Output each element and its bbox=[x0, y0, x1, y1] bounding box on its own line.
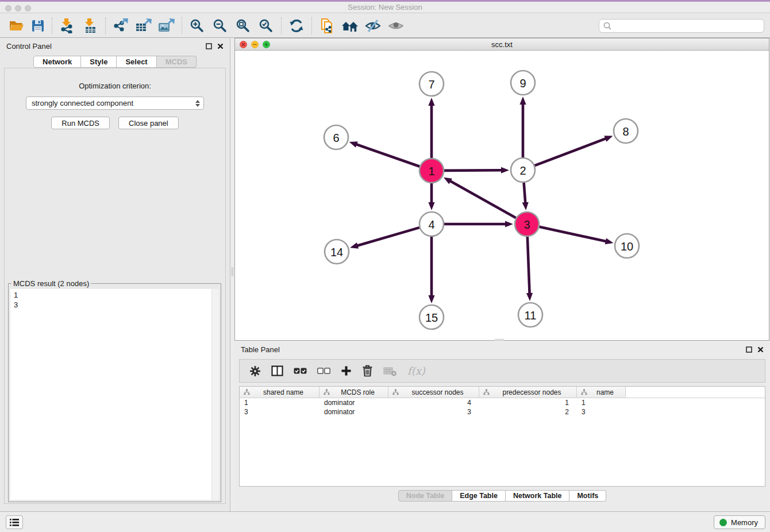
export-network-button[interactable] bbox=[109, 16, 132, 36]
tab-mcds[interactable]: MCDS bbox=[157, 56, 197, 68]
column-header-name[interactable]: name bbox=[577, 387, 626, 398]
zoom-selected-button[interactable] bbox=[255, 16, 278, 36]
zoom-in-button[interactable] bbox=[186, 16, 209, 36]
clone-network-button[interactable] bbox=[315, 16, 338, 36]
table-row[interactable]: 3dominator323 bbox=[240, 407, 765, 417]
window-zoom-button[interactable] bbox=[25, 5, 31, 11]
close-panel-icon[interactable] bbox=[217, 43, 224, 49]
tab-network[interactable]: Network bbox=[33, 56, 81, 68]
tab-node-table[interactable]: Node Table bbox=[398, 490, 452, 502]
table-cell[interactable]: 3 bbox=[577, 408, 626, 416]
float-table-panel-icon[interactable] bbox=[746, 346, 752, 353]
deselect-all-rows-button[interactable] bbox=[317, 368, 330, 375]
export-table-button[interactable] bbox=[132, 16, 155, 36]
graph-node-10[interactable]: 10 bbox=[615, 234, 639, 258]
graph-node-15[interactable]: 15 bbox=[419, 305, 444, 329]
graph-node-11[interactable]: 11 bbox=[518, 303, 542, 327]
graph-edge-3-11[interactable] bbox=[528, 237, 530, 295]
mcds-result-line: 1 bbox=[10, 289, 219, 300]
home-networks-button[interactable] bbox=[338, 16, 361, 36]
table-cell[interactable]: 1 bbox=[240, 399, 319, 407]
graph-node-7[interactable]: 7 bbox=[419, 72, 444, 96]
horizontal-resize-handle[interactable] bbox=[495, 339, 504, 341]
show-task-history-button[interactable] bbox=[6, 515, 23, 529]
run-mcds-button[interactable]: Run MCDS bbox=[51, 117, 110, 129]
import-network-button[interactable] bbox=[56, 16, 79, 36]
table-cell[interactable]: 1 bbox=[577, 399, 626, 407]
graph-node-2[interactable]: 2 bbox=[511, 158, 535, 182]
graph-node-14[interactable]: 14 bbox=[325, 240, 349, 264]
graph-node-6[interactable]: 6 bbox=[324, 125, 348, 149]
table-cell[interactable]: 3 bbox=[240, 408, 319, 416]
mcds-result-list[interactable]: 13 bbox=[10, 289, 219, 500]
export-image-button[interactable] bbox=[155, 16, 178, 36]
tab-network-table[interactable]: Network Table bbox=[506, 490, 570, 502]
svg-text:6: 6 bbox=[333, 132, 339, 144]
tab-select[interactable]: Select bbox=[117, 56, 156, 68]
hide-details-button[interactable] bbox=[361, 16, 384, 36]
graph-edge-1-2[interactable] bbox=[444, 170, 503, 171]
control-panel: Control Panel NetworkStyleSelectMCDS Opt… bbox=[0, 38, 230, 511]
table-cell[interactable]: dominator bbox=[319, 399, 388, 407]
import-network-icon bbox=[59, 18, 75, 33]
close-table-panel-icon[interactable] bbox=[757, 346, 764, 353]
float-panel-icon[interactable] bbox=[206, 43, 212, 49]
graph-edge-1-6[interactable] bbox=[355, 144, 419, 167]
tab-edge-table[interactable]: Edge Table bbox=[452, 490, 506, 502]
import-table-button[interactable] bbox=[79, 16, 102, 36]
graph-node-4[interactable]: 4 bbox=[419, 212, 444, 236]
column-header-predecessor-nodes[interactable]: predecessor nodes bbox=[479, 387, 577, 398]
table-cell[interactable]: 1 bbox=[479, 399, 577, 407]
memory-label: Memory bbox=[731, 518, 758, 527]
select-all-rows-button[interactable] bbox=[294, 368, 307, 375]
table-header-row: shared nameMCDS rolesuccessor nodesprede… bbox=[240, 387, 765, 398]
graph-node-8[interactable]: 8 bbox=[614, 119, 638, 143]
vertical-resize-handle[interactable] bbox=[232, 267, 233, 276]
toolbar-separator bbox=[182, 17, 182, 34]
window-minimize-button[interactable] bbox=[15, 5, 21, 11]
search-input[interactable] bbox=[612, 21, 764, 31]
zoom-fit-button[interactable] bbox=[232, 16, 255, 36]
window-close-button[interactable] bbox=[5, 5, 11, 11]
clone-network-icon bbox=[319, 18, 335, 34]
table-settings-button[interactable] bbox=[249, 365, 261, 377]
delete-column-button[interactable] bbox=[362, 365, 373, 377]
column-header-shared-name[interactable]: shared name bbox=[240, 387, 319, 398]
graph-node-1[interactable]: 1 bbox=[419, 159, 444, 183]
graph-node-9[interactable]: 9 bbox=[511, 71, 535, 95]
column-header-MCDS-role[interactable]: MCDS role bbox=[319, 387, 388, 398]
zoom-out-button[interactable] bbox=[209, 16, 232, 36]
table-cell[interactable]: 2 bbox=[479, 408, 577, 416]
result-scrollbar[interactable] bbox=[211, 289, 219, 500]
column-tree-icon bbox=[581, 389, 587, 395]
table-toolbar: f(x) bbox=[239, 359, 765, 383]
column-tree-icon bbox=[483, 389, 490, 395]
close-panel-button[interactable]: Close panel bbox=[118, 117, 179, 129]
table-cell[interactable]: 3 bbox=[388, 408, 479, 416]
memory-button[interactable]: Memory bbox=[714, 515, 765, 529]
graph-edge-4-14[interactable] bbox=[356, 228, 419, 246]
graph-edge-2-8[interactable] bbox=[535, 138, 607, 165]
show-details-button[interactable] bbox=[384, 16, 407, 36]
graph-node-3[interactable]: 3 bbox=[515, 212, 539, 236]
tab-motifs[interactable]: Motifs bbox=[569, 490, 606, 502]
refresh-button[interactable] bbox=[285, 16, 308, 36]
svg-text:7: 7 bbox=[428, 78, 434, 91]
graph-edge-3-10[interactable] bbox=[539, 227, 607, 242]
save-session-button[interactable] bbox=[28, 16, 48, 36]
show-column-panel-button[interactable] bbox=[271, 365, 283, 376]
search-box[interactable] bbox=[599, 19, 764, 33]
graph-edge-3-1[interactable] bbox=[449, 180, 516, 218]
column-header-successor-nodes[interactable]: successor nodes bbox=[388, 387, 479, 398]
network-window-titlebar[interactable]: scc.txt bbox=[235, 38, 769, 51]
add-column-button[interactable] bbox=[341, 365, 352, 376]
table-cell[interactable]: 4 bbox=[388, 399, 479, 407]
open-file-button[interactable] bbox=[5, 16, 28, 36]
tab-style[interactable]: Style bbox=[81, 56, 117, 68]
graph-edge-2-3[interactable] bbox=[524, 183, 526, 204]
table-cell[interactable]: dominator bbox=[319, 408, 388, 416]
criterion-select[interactable]: strongly connected component bbox=[26, 97, 204, 110]
table-row[interactable]: 1dominator411 bbox=[240, 398, 765, 407]
network-canvas[interactable]: 7968124314101511 bbox=[235, 51, 769, 340]
import-table-icon bbox=[82, 18, 98, 33]
